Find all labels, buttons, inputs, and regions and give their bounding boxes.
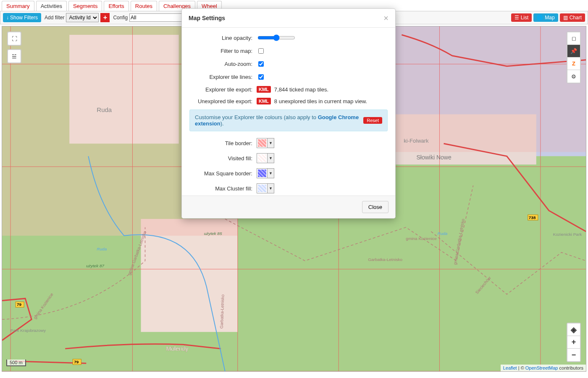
modal-body: Line opacity: Filter to map: Auto-zoom: … <box>182 28 395 196</box>
tab-activities[interactable]: Activities <box>36 1 67 11</box>
leaflet-link[interactable]: Leaflet <box>503 365 517 370</box>
visited-fill-label: Visited fill: <box>189 155 257 162</box>
tab-routes[interactable]: Routes <box>131 1 157 11</box>
auto-zoom-checkbox[interactable] <box>258 61 264 67</box>
kml-export-button[interactable]: KML <box>257 86 271 93</box>
line-opacity-label: Line opacity: <box>189 35 257 41</box>
reset-button[interactable]: Reset <box>363 117 382 124</box>
minus-icon: − <box>572 351 576 360</box>
tile-border-label: Tile border: <box>189 140 257 146</box>
svg-text:Park Krajobrazowy: Park Krajobrazowy <box>10 328 46 333</box>
svg-text:79: 79 <box>17 302 22 307</box>
zoom-in-button[interactable]: + <box>567 336 580 349</box>
svg-text:Kozienicki Park: Kozienicki Park <box>553 232 582 237</box>
svg-text:Ruda: Ruda <box>97 247 107 251</box>
settings-button[interactable]: ⚙ <box>567 70 580 83</box>
layers-button[interactable]: ☱ <box>7 49 21 63</box>
svg-text:738: 738 <box>529 215 536 220</box>
explorer-tile-export-label: Explorer tile export: <box>189 86 257 93</box>
chevron-down-icon: ▼ <box>267 169 274 178</box>
svg-text:Słowiki Nowe: Słowiki Nowe <box>416 154 452 161</box>
svg-text:gmina Kozienice: gmina Kozienice <box>406 236 437 241</box>
view-buttons: ☰List 🌐Map ▥Chart <box>511 13 585 22</box>
pin-tool[interactable]: 📌 <box>567 45 580 57</box>
fullscreen-button[interactable]: ⛶ <box>7 31 21 46</box>
zoom-controls: ◈ + − <box>567 323 581 362</box>
view-map-button[interactable]: 🌐Map <box>533 13 558 22</box>
map-settings-modal: Map Settings × Line opacity: Filter to m… <box>181 8 396 219</box>
globe-icon: 🌐 <box>537 15 543 21</box>
kml-unexplored-button[interactable]: KML <box>257 98 271 104</box>
svg-text:Garbatka-Letnisko: Garbatka-Letnisko <box>368 257 402 262</box>
svg-text:Ruda: Ruda <box>437 231 447 236</box>
svg-text:79: 79 <box>74 360 79 364</box>
chevron-down-icon: ▼ <box>267 184 274 193</box>
osm-link[interactable]: OpenStreetMap <box>525 365 558 370</box>
line-opacity-slider[interactable] <box>257 34 295 41</box>
polygon-tool[interactable]: ◻ <box>567 32 580 45</box>
map-attribution: Leaflet | © OpenStreetMap contributors <box>501 365 586 371</box>
list-icon: ☰ <box>514 15 519 21</box>
max-cluster-fill-picker[interactable]: ▼ <box>257 183 274 193</box>
visited-fill-picker[interactable]: ▼ <box>257 153 274 163</box>
modal-close-x[interactable]: × <box>383 14 388 22</box>
tab-efforts[interactable]: Efforts <box>104 1 129 11</box>
chevron-down-icon: ▼ <box>267 138 274 148</box>
modal-footer: Close <box>182 196 395 218</box>
svg-text:Molendy: Molendy <box>166 345 189 352</box>
max-square-border-picker[interactable]: ▼ <box>257 168 274 178</box>
layers-icon: ☱ <box>12 53 17 60</box>
svg-text:Ruda: Ruda <box>97 107 112 114</box>
config-label: Config <box>113 15 128 21</box>
strava-tool[interactable]: Z <box>567 57 580 70</box>
tab-summary[interactable]: Summary <box>2 1 34 11</box>
add-filter-button[interactable]: + <box>100 13 110 22</box>
square-icon: ◻ <box>572 35 576 42</box>
max-square-border-label: Max Square border: <box>189 170 257 177</box>
svg-text:ki-Folwark: ki-Folwark <box>404 138 429 144</box>
modal-header: Map Settings × <box>182 9 395 28</box>
ticked-tiles-text: 7,844 ticked map tiles. <box>274 86 328 93</box>
auto-zoom-label: Auto-zoom: <box>189 61 257 67</box>
explorer-tile-lines-checkbox[interactable] <box>258 74 264 80</box>
colour-info-box: Customise your Explorer tile colours (al… <box>189 109 388 131</box>
explorer-tile-lines-label: Explorer tile lines: <box>189 74 257 80</box>
modal-title: Map Settings <box>189 15 225 21</box>
tab-segments[interactable]: Segments <box>68 1 102 11</box>
zoom-out-button[interactable]: − <box>567 349 580 361</box>
plus-icon: + <box>572 338 576 347</box>
close-button[interactable]: Close <box>362 201 388 213</box>
tile-border-picker[interactable]: ▼ <box>257 138 274 148</box>
view-chart-button[interactable]: ▥Chart <box>560 13 585 22</box>
chevron-down-icon: ▼ <box>267 154 274 163</box>
bolt-icon: Z <box>572 60 575 67</box>
unexplored-tile-export-label: Unexplored tile export: <box>189 98 257 104</box>
pin-icon: 📌 <box>570 48 577 54</box>
max-cluster-fill-label: Max Cluster fill: <box>189 185 257 192</box>
view-list-button[interactable]: ☰List <box>511 13 532 22</box>
fullscreen-icon: ⛶ <box>12 36 17 42</box>
chart-icon: ▥ <box>563 15 568 21</box>
show-filters-button[interactable]: Show Filters <box>3 13 41 22</box>
gear-icon: ⚙ <box>571 73 576 80</box>
filter-field-select[interactable]: Activity Id <box>66 13 99 22</box>
unexplored-tiles-text: 8 unexplored tiles in current map view. <box>274 98 367 104</box>
svg-text:użytek
87: użytek 87 <box>86 263 104 268</box>
svg-text:użytek
85: użytek 85 <box>204 231 222 236</box>
locate-icon: ◈ <box>571 325 577 334</box>
filter-to-map-label: Filter to map: <box>189 48 257 54</box>
scale-bar: 500 m <box>6 360 26 366</box>
add-filter-label: Add filter <box>45 15 64 21</box>
filter-to-map-checkbox[interactable] <box>258 48 264 54</box>
right-controls: ◻ 📌 Z ⚙ <box>567 31 581 83</box>
locate-button[interactable]: ◈ <box>567 323 580 336</box>
